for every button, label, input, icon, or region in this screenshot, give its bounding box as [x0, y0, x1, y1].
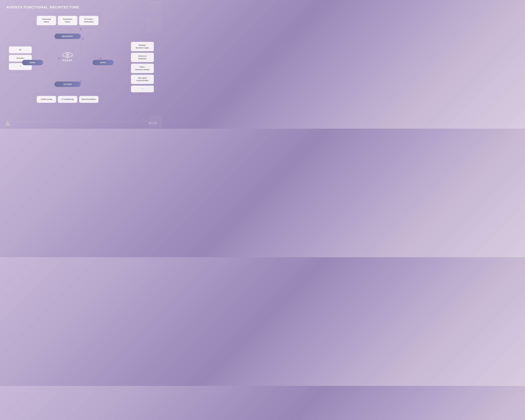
footer: GIZA: [0, 121, 163, 126]
page-title: AGENTS FUNCTIONAL ARCHITECTURE: [7, 5, 156, 9]
card-versioning: Versioning history: [37, 16, 56, 25]
card-ml: ML: [9, 47, 32, 53]
card-recommendation: Recommendation: [79, 96, 98, 103]
card-plus-right[interactable]: +: [131, 85, 154, 93]
agent-center: AGENT: [58, 51, 77, 62]
giza-logo: [5, 121, 10, 126]
card-lp: LP rebalancing: [58, 96, 77, 103]
diagram: Versioning history Transaction history Z…: [7, 13, 156, 123]
card-strategy: Strategy / Business Logics: [131, 42, 154, 51]
top-registry-box: Versioning history Transaction history Z…: [34, 13, 101, 28]
footer-brand: GIZA: [149, 122, 158, 125]
left-module-box: ML Heuristics +: [7, 44, 34, 72]
main-container: AGENTS FUNCTIONAL ARCHITECTURE: [0, 0, 163, 129]
card-transaction: Transaction history: [58, 16, 77, 25]
card-token: Token / Business Models: [131, 64, 154, 73]
card-zkproofs: ZK Proofs / Verifications: [79, 16, 98, 25]
action-pill: ACTION: [55, 82, 81, 87]
registry-pill: REGISTRY: [55, 34, 81, 39]
bottom-action-box: Credit scoring LP rebalancing Recommenda…: [34, 93, 101, 105]
svg-point-77: [67, 54, 68, 56]
zkml-pill: ZKML: [22, 60, 43, 65]
card-memory: Memory & Reflection: [131, 53, 154, 62]
card-interagent: Inter-agent communication: [131, 75, 154, 84]
agent-label: AGENT: [58, 59, 77, 62]
apps-pill: APPS: [93, 60, 113, 65]
right-module-box: Strategy / Business Logics Memory & Refl…: [129, 39, 156, 95]
card-credit: Credit scoring: [37, 96, 56, 103]
